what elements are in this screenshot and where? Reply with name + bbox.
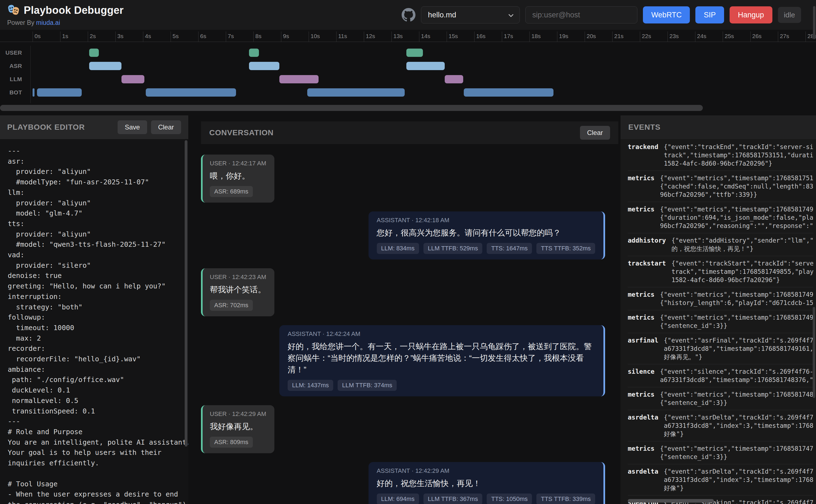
- event-json-line: {"event":"addHistory","sender":"llm","t: [671, 236, 813, 245]
- event-json-line: {"event":"metrics","timestamp":176858174…: [660, 205, 813, 213]
- timeline-tick: 11s: [336, 31, 337, 42]
- event-row: silence{"event":"silence","trackId":"s.2…: [628, 364, 813, 387]
- message-assistant: ASSISTANT · 12:42:29 AM好的，祝您生活愉快，再见！LLM:…: [369, 462, 605, 504]
- event-json-line: {"event":"metrics","timestamp":176858174…: [660, 390, 813, 399]
- timeline-block-bot[interactable]: [37, 88, 82, 97]
- editor-code[interactable]: --- asr: provider: "aliyun" #modelType: …: [8, 146, 188, 504]
- latency-badge: TTS: 1050ms: [487, 494, 532, 504]
- timeline-tick: 26s: [750, 31, 751, 42]
- playbook-select-value: hello.md: [428, 11, 456, 19]
- tracks-left-border: [30, 46, 31, 103]
- events-vscrollbar-thumb[interactable]: [813, 307, 815, 398]
- event-label: trackend: [628, 143, 658, 151]
- timeline-tick: 21s: [612, 31, 613, 42]
- sip-address-input[interactable]: [525, 6, 637, 23]
- timeline-tick: 19s: [557, 31, 557, 42]
- event-json-line: {"event":"asrFinal","trackId":"s.269f4f7…: [664, 336, 813, 344]
- message-badges: LLM: 1437msLLM TTFB: 374ms: [288, 380, 595, 391]
- message-badges: LLM: 694msLLM TTFB: 367msTTS: 1050msTTS …: [377, 494, 595, 504]
- event-json-line: {"event":"asrDelta","trackId":"s.269f4f7…: [664, 413, 813, 421]
- conversation-panel-title: CONVERSATION: [209, 128, 274, 137]
- timeline-block-llm[interactable]: [279, 75, 319, 83]
- event-label: metrics: [628, 174, 655, 182]
- message-text: 我好像再见。: [210, 421, 266, 432]
- events-hscrollbar-thumb[interactable]: [628, 499, 714, 503]
- conversation-panel: CONVERSATION Clear USER · 12:42:17 AM喂，你…: [190, 115, 618, 504]
- event-row: metrics{"event":"metrics","timestamp":17…: [628, 202, 813, 233]
- timeline-tick: 3s: [115, 31, 116, 42]
- timeline-block-user[interactable]: [89, 49, 99, 57]
- header-controls: hello.md WebRTC SIP Hangup idle: [402, 6, 801, 23]
- editor-panel-header: PLAYBOOK EDITOR Save Clear: [0, 115, 188, 139]
- message-meta: ASSISTANT · 12:42:18 AM: [377, 217, 595, 224]
- timeline-block-asr[interactable]: [249, 62, 279, 70]
- event-json-line: {"event":"trackEnd","trackId":"server-si…: [664, 143, 813, 151]
- timeline-tick: 15s: [447, 31, 447, 42]
- timeline-tick: 10s: [309, 31, 309, 42]
- event-label: addhistory: [628, 236, 666, 245]
- track-label-llm: LLM: [0, 75, 22, 83]
- message-meta: USER · 12:42:29 AM: [210, 411, 266, 417]
- event-json: {"event":"metrics","timestamp":176858175…: [660, 174, 813, 199]
- webrtc-button[interactable]: WebRTC: [643, 6, 690, 23]
- message-text: 好的，我给您讲一个。有一天，一只蜗牛在路上被一只乌龟踩伤了，被送到了医院。警察问…: [288, 341, 595, 375]
- timeline-block-llm[interactable]: [121, 75, 144, 83]
- playbook-select[interactable]: hello.md: [421, 6, 520, 23]
- event-json-line: a67331f3dcd8","index":3,"timestamp":1768…: [664, 476, 813, 484]
- timeline-tick: 4s: [143, 31, 143, 42]
- page-scrollbar-thumb[interactable]: [813, 6, 815, 39]
- timeline-scrollbar-thumb[interactable]: [0, 105, 703, 111]
- event-row: asrfinal{"event":"asrFinal","trackId":"s…: [628, 333, 813, 364]
- message-user: USER · 12:42:23 AM帮我讲个笑话。ASR: 702ms: [201, 268, 274, 316]
- event-label: trackstart: [628, 259, 666, 267]
- latency-badge: TTS: 1647ms: [487, 243, 532, 254]
- timeline-tick: 27s: [778, 31, 778, 42]
- timeline-block-llm[interactable]: [445, 75, 463, 83]
- save-button[interactable]: Save: [118, 120, 147, 134]
- event-row: metrics{"event":"metrics","timestamp":17…: [628, 287, 813, 310]
- editor-scrollbar-thumb[interactable]: [185, 140, 187, 447]
- timeline-block-asr[interactable]: [406, 62, 445, 70]
- event-row: asrdelta{"event":"asrDelta","trackId":"s…: [628, 410, 813, 441]
- github-icon[interactable]: [402, 8, 415, 22]
- timeline-block-bot[interactable]: [464, 88, 553, 97]
- latency-badge: ASR: 809ms: [210, 437, 253, 448]
- event-row: metrics{"event":"metrics","timestamp":17…: [628, 310, 813, 333]
- conversation-clear-button[interactable]: Clear: [580, 126, 610, 140]
- theater-masks-icon: [7, 4, 20, 17]
- event-label: asrfinal: [628, 336, 658, 344]
- latency-badge: TTS TTFB: 352ms: [536, 243, 595, 254]
- event-json-line: {"event":"metrics","timestamp":176858174…: [660, 313, 813, 322]
- latency-badge: ASR: 702ms: [210, 300, 253, 311]
- event-label: metrics: [628, 290, 655, 299]
- track-label-user: USER: [0, 49, 22, 57]
- timeline-block-bot[interactable]: [146, 88, 236, 97]
- timeline-block-asr[interactable]: [89, 62, 121, 70]
- hangup-button[interactable]: Hangup: [730, 6, 772, 23]
- timeline-tick: 24s: [695, 31, 695, 42]
- latency-badge: LLM: 694ms: [377, 494, 419, 504]
- event-json: {"event":"metrics","timestamp":176858174…: [660, 444, 813, 461]
- page-title: Playbook Debugger: [24, 4, 124, 16]
- event-json-line: 好像"}: [664, 430, 813, 438]
- message-user: USER · 12:42:29 AM我好像再见。ASR: 809ms: [201, 405, 274, 453]
- timeline-block-user[interactable]: [406, 49, 423, 57]
- miuda-link[interactable]: miuda.ai: [36, 19, 60, 26]
- editor-clear-button[interactable]: Clear: [151, 120, 181, 134]
- message-badges: LLM: 834msLLM TTFB: 529msTTS: 1647msTTS …: [377, 243, 595, 254]
- timeline-tick: 8s: [253, 31, 254, 42]
- timeline-block-user[interactable]: [249, 49, 259, 57]
- event-label: metrics: [628, 444, 655, 453]
- latency-badge: LLM: 1437ms: [288, 380, 333, 391]
- latency-badge: TTS TTFB: 339ms: [536, 494, 595, 504]
- sip-button[interactable]: SIP: [695, 6, 724, 23]
- app-header: Playbook Debugger Power By miuda.ai hell…: [0, 0, 816, 30]
- message-badges: ASR: 809ms: [210, 437, 266, 448]
- timeline-block-bot[interactable]: [307, 88, 405, 97]
- event-row: metrics{"event":"metrics","timestamp":17…: [628, 441, 813, 464]
- editor-code-area[interactable]: --- asr: provider: "aliyun" #modelType: …: [0, 139, 188, 504]
- timeline-block-bot[interactable]: [33, 88, 35, 97]
- event-json-line: 96bcf7a20296","reasoning":"","response":…: [660, 222, 813, 230]
- message-meta: ASSISTANT · 12:42:24 AM: [288, 331, 595, 337]
- message-text: 喂，你好。: [210, 170, 266, 182]
